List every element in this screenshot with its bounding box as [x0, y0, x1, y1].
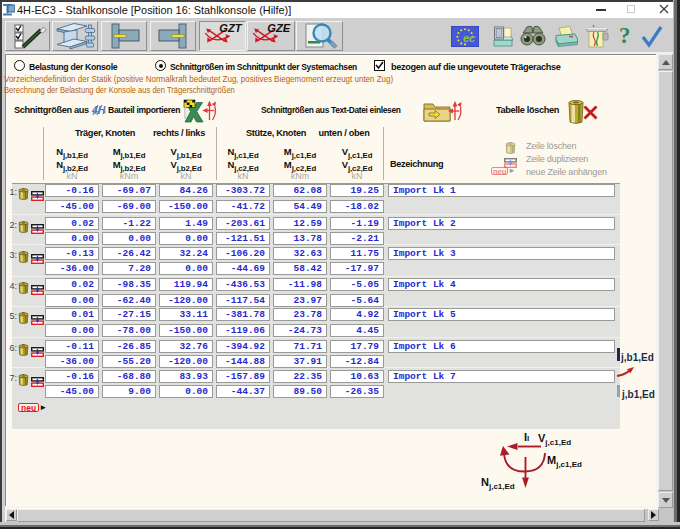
svg-text:ec: ec — [463, 32, 475, 44]
svg-text:GZE: GZE — [267, 22, 291, 34]
svg-text:GZT: GZT — [219, 22, 243, 34]
